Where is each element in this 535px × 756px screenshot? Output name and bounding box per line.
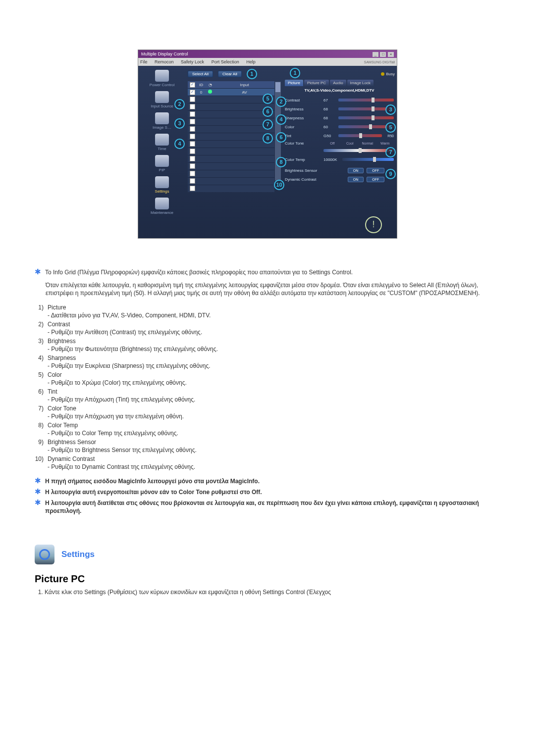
color-temp-slider[interactable]: [342, 158, 394, 161]
row-checkbox[interactable]: [190, 134, 195, 139]
row-checkbox[interactable]: [190, 178, 195, 184]
settings-panel: 1 Picture Picture PC Audio Image Lock TV…: [285, 69, 394, 184]
grid-row[interactable]: [188, 155, 274, 162]
sidebar-item-image[interactable]: Image S… 3: [140, 112, 184, 130]
tint-label: Tint: [285, 134, 323, 138]
item-7-title: Color Tone: [48, 405, 481, 412]
status-led-icon: [208, 90, 212, 94]
sharpness-slider[interactable]: [338, 116, 394, 119]
subheading-picture-pc: Picture PC: [35, 573, 500, 585]
callout-5: 5: [385, 122, 396, 133]
grid-header-input: Input: [214, 83, 274, 87]
minimize-icon[interactable]: _: [373, 52, 378, 57]
item-6-desc: - Ρυθμίζει την Απόχρωση (Tint) της επιλε…: [48, 396, 481, 403]
row-checkbox[interactable]: [190, 111, 195, 117]
color-tone-labels: Off Cool Normal Warm: [323, 142, 394, 145]
sidebar-callout-4: 4: [174, 139, 185, 149]
dyncontrast-off-button[interactable]: OFF: [367, 177, 384, 182]
grid-row[interactable]: [188, 103, 274, 110]
menu-help[interactable]: Help: [246, 59, 256, 64]
grid-row[interactable]: [188, 140, 274, 148]
star-icon: ✱: [35, 268, 41, 276]
callout-6: 6: [276, 132, 286, 143]
sidebar-item-settings[interactable]: Settings: [140, 176, 184, 194]
warning-icon: !: [365, 216, 382, 233]
item-3-desc: - Ρυθμίζει την Φωτεινότητα (Brightness) …: [48, 346, 481, 353]
bsensor-on-button[interactable]: ON: [348, 168, 364, 173]
sidebar-item-input[interactable]: Input Source 2: [140, 91, 184, 108]
callout-10: 10: [274, 180, 284, 190]
row-checkbox[interactable]: [190, 97, 195, 102]
header-checkbox[interactable]: ✓: [190, 82, 195, 88]
item-4-title: Sharpness: [48, 354, 481, 361]
maximize-icon[interactable]: □: [380, 52, 386, 57]
contrast-slider[interactable]: [338, 99, 394, 101]
color-temp-label: Color Temp: [285, 157, 323, 162]
sidebar-item-time[interactable]: Time 4: [140, 134, 184, 151]
main-area: Select All Clear All 1 Busy ✓ ID ◔ Input…: [186, 66, 397, 239]
item-1-title: Picture: [48, 304, 481, 311]
sidebar-item-power[interactable]: Power Control: [140, 70, 184, 87]
item-10-desc: - Ρυθμίζει το Dynamic Contrast της επιλε…: [48, 463, 481, 470]
menu-safety-lock[interactable]: Safety Lock: [181, 59, 204, 64]
row-checkbox[interactable]: ✓: [190, 90, 195, 95]
window-titlebar: Multiple Display Control _ □ ×: [138, 50, 397, 58]
grid-row[interactable]: [188, 110, 274, 118]
menu-remocon[interactable]: Remocon: [155, 59, 174, 64]
row-checkbox[interactable]: [190, 156, 195, 161]
tint-slider[interactable]: [338, 134, 382, 137]
window-buttons[interactable]: _ □ ×: [372, 51, 394, 57]
panel-subtitle: TV,AV,S-Video,Component,HDMI,DTV: [285, 88, 394, 93]
sidebar-item-pip[interactable]: PIP: [140, 155, 184, 172]
grid-row[interactable]: [188, 170, 274, 177]
item-9-desc: - Ρυθμίζει το Brightness Sensor της επιλ…: [48, 447, 481, 454]
item-4-desc: - Ρυθμίζει την Ευκρίνεια (Sharpness) της…: [48, 362, 481, 369]
bold-note-1: ✱ Η πηγή σήματος εισόδου MagicInfo λειτο…: [35, 477, 500, 485]
bsensor-off-button[interactable]: OFF: [367, 168, 384, 173]
grid-row[interactable]: [188, 96, 274, 103]
grid-row[interactable]: [188, 148, 274, 155]
item-6-title: Tint: [48, 388, 481, 395]
color-label: Color: [285, 125, 323, 129]
grid-row[interactable]: [188, 177, 274, 185]
tab-picture[interactable]: Picture: [285, 80, 303, 86]
sidebar: Power Control Input Source 2 Image S… 3 …: [138, 66, 186, 239]
section-header: Settings: [35, 545, 500, 564]
select-all-button[interactable]: Select All: [188, 71, 213, 77]
menu-bar: File Remocon Safety Lock Port Selection …: [138, 58, 397, 66]
row-checkbox[interactable]: [190, 171, 195, 176]
grid-row[interactable]: [188, 133, 274, 140]
row-checkbox[interactable]: [190, 163, 195, 169]
grid-row[interactable]: [188, 185, 274, 192]
dyncontrast-on-button[interactable]: ON: [348, 177, 364, 182]
numbered-list: 1)Picture- Διατίθεται μόνο για TV,AV, S-…: [35, 304, 500, 470]
tab-image-lock[interactable]: Image Lock: [347, 80, 374, 86]
grid-row[interactable]: ✓ 0 AV: [188, 88, 274, 96]
close-icon[interactable]: ×: [388, 52, 394, 57]
tint-g-value: G50: [323, 134, 338, 138]
row-checkbox[interactable]: [190, 149, 195, 154]
sidebar-item-maintenance[interactable]: Maintenance: [140, 198, 184, 215]
color-tone-slider[interactable]: [323, 149, 394, 152]
step-1: Κάντε κλικ στο Settings (Ρυθμίσεις) των …: [45, 589, 500, 596]
dyncontrast-label: Dynamic Contrast: [285, 177, 338, 182]
grid-row[interactable]: [188, 125, 274, 133]
row-checkbox[interactable]: [190, 119, 195, 124]
grid-row[interactable]: [188, 118, 274, 125]
tab-picture-pc[interactable]: Picture PC: [304, 80, 329, 86]
menu-port-selection[interactable]: Port Selection: [212, 59, 239, 64]
item-10-title: Dynamic Contrast: [48, 455, 481, 462]
callout-3: 3: [385, 104, 396, 115]
row-checkbox[interactable]: [190, 186, 195, 191]
tab-audio[interactable]: Audio: [330, 80, 346, 86]
grid-row[interactable]: [188, 162, 274, 170]
row-checkbox[interactable]: [190, 104, 195, 109]
row-checkbox[interactable]: [190, 141, 195, 147]
item-1-desc: - Διατίθεται μόνο για TV,AV, S-Video, Co…: [48, 312, 481, 319]
item-7-desc: - Ρυθμίζει την Απόχρωση για την επιλεγμέ…: [48, 413, 481, 420]
menu-file[interactable]: File: [140, 59, 148, 64]
row-checkbox[interactable]: [190, 126, 195, 132]
clear-all-button[interactable]: Clear All: [218, 71, 242, 77]
grid-header: ✓ ID ◔ Input: [188, 81, 274, 88]
info-grid: ✓ ID ◔ Input ✓ 0 AV: [188, 81, 274, 192]
